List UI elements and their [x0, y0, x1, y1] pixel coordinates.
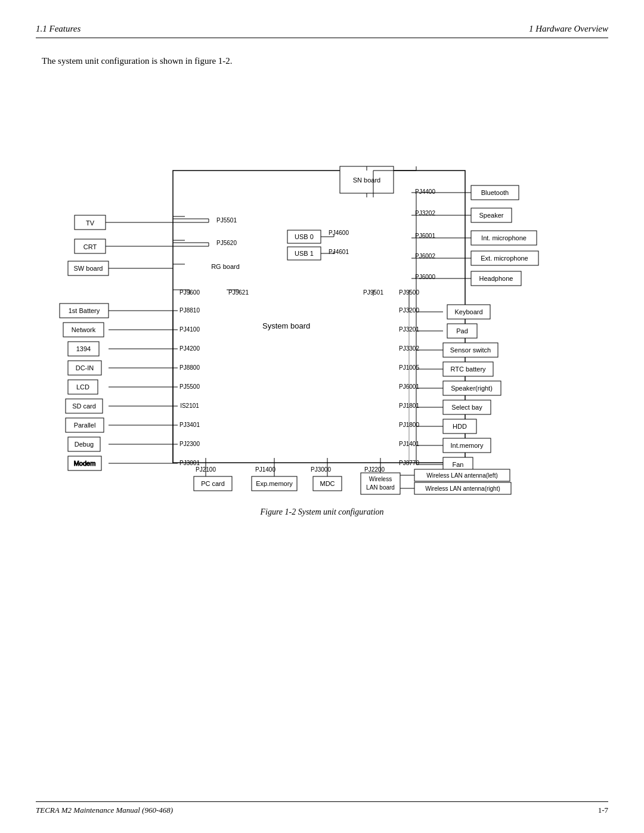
figure-caption: Figure 1-2 System unit configuration [36, 507, 608, 517]
svg-text:PJ3001: PJ3001 [179, 460, 200, 466]
svg-text:PJ4100: PJ4100 [179, 326, 200, 333]
svg-text:Keyboard: Keyboard [454, 308, 482, 315]
svg-text:Wireless LAN antenna(left): Wireless LAN antenna(left) [426, 472, 498, 479]
page: 1.1 Features 1 Hardware Overview The sys… [0, 0, 644, 833]
svg-text:SD card: SD card [72, 402, 96, 410]
svg-text:Headphone: Headphone [479, 275, 513, 282]
svg-text:Speaker: Speaker [479, 212, 504, 219]
svg-text:PJ3401: PJ3401 [179, 422, 200, 428]
footer: TECRA M2 Maintenance Manual (960-468) 1-… [36, 801, 608, 815]
header-left: 1.1 Features [36, 24, 80, 34]
svg-text:PJ5620: PJ5620 [216, 240, 237, 246]
footer-right: 1-7 [598, 806, 608, 815]
svg-text:SW board: SW board [74, 265, 103, 272]
svg-text:PJ8800: PJ8800 [179, 364, 200, 371]
svg-text:Select bay: Select bay [451, 404, 482, 411]
svg-text:PJ8810: PJ8810 [179, 307, 200, 314]
svg-text:IS2101: IS2101 [180, 402, 199, 409]
svg-text:Speaker(right): Speaker(right) [451, 385, 493, 392]
svg-text:LAN board: LAN board [366, 484, 395, 491]
svg-text:Network: Network [72, 326, 96, 333]
header: 1.1 Features 1 Hardware Overview [36, 24, 608, 38]
svg-text:Modem: Modem [74, 460, 96, 467]
svg-text:LCD: LCD [76, 383, 89, 391]
svg-text:Wireless: Wireless [369, 476, 392, 482]
svg-text:1394: 1394 [76, 345, 91, 352]
svg-text:CRT: CRT [83, 243, 97, 250]
svg-text:Bluetooth: Bluetooth [481, 189, 509, 196]
svg-text:Wireless LAN antenna(right): Wireless LAN antenna(right) [425, 485, 500, 492]
svg-text:Ext. microphone: Ext. microphone [481, 255, 528, 262]
svg-text:PJ2300: PJ2300 [179, 441, 200, 447]
svg-text:RG board: RG board [211, 263, 240, 270]
svg-text:PJ4601: PJ4601 [329, 249, 349, 255]
svg-text:PJ3000: PJ3000 [311, 466, 331, 473]
svg-text:SN board: SN board [353, 176, 380, 184]
svg-text:HDD: HDD [453, 423, 467, 430]
svg-text:Fan: Fan [453, 461, 464, 468]
svg-text:USB 0: USB 0 [295, 233, 314, 240]
svg-text:PJ6000: PJ6000 [415, 274, 435, 280]
header-right: 1 Hardware Overview [529, 24, 608, 34]
svg-text:TV: TV [86, 219, 95, 227]
svg-text:PJ1400: PJ1400 [255, 466, 275, 473]
diagram-svg: System board SN board TV CRT SW board RG… [42, 78, 602, 496]
svg-text:PJ4600: PJ4600 [329, 230, 349, 236]
svg-text:DC-IN: DC-IN [76, 364, 94, 371]
svg-text:Int. microphone: Int. microphone [481, 234, 527, 241]
svg-text:RTC battery: RTC battery [450, 366, 486, 373]
diagram-container: System board SN board TV CRT SW board RG… [42, 78, 602, 496]
svg-text:Exp.memory: Exp.memory [256, 480, 293, 487]
svg-text:PJ5500: PJ5500 [179, 383, 200, 390]
svg-text:USB 1: USB 1 [295, 250, 314, 257]
svg-text:PC card: PC card [201, 480, 225, 487]
svg-text:1st Battery: 1st Battery [69, 307, 100, 314]
svg-text:Debug: Debug [75, 441, 94, 448]
footer-left: TECRA M2 Maintenance Manual (960-468) [36, 806, 173, 815]
system-board-label: System board [262, 321, 310, 330]
svg-text:MDC: MDC [320, 480, 335, 487]
svg-text:Parallel: Parallel [74, 422, 96, 429]
svg-text:PJ5501: PJ5501 [216, 217, 237, 224]
svg-text:Pad: Pad [456, 327, 468, 335]
svg-text:PJ4200: PJ4200 [179, 345, 200, 352]
svg-text:PJ2200: PJ2200 [364, 466, 385, 473]
intro-text: The system unit configuration is shown i… [42, 56, 608, 66]
svg-text:PJ4400: PJ4400 [415, 188, 435, 195]
svg-text:Int.memory: Int.memory [450, 442, 484, 449]
svg-text:Sensor switch: Sensor switch [450, 346, 491, 354]
